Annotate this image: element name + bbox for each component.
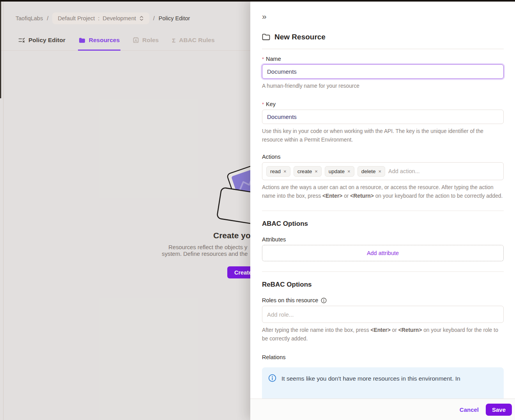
tab-label: Policy Editor [28, 37, 65, 44]
drawer-footer: Cancel Save [250, 399, 515, 420]
action-tag: create × [294, 166, 322, 177]
required-asterisk: * [262, 101, 264, 107]
remove-tag-icon[interactable]: × [315, 168, 318, 174]
project-environment-selector[interactable]: Default Project : Development [52, 12, 149, 24]
overlay-scrim [0, 2, 250, 420]
roles-helper-text: After typing the role name into the box,… [262, 326, 504, 343]
create-resource-button[interactable]: Create [227, 266, 250, 278]
empty-state-title: Create you [213, 231, 250, 240]
key-input[interactable] [262, 110, 504, 124]
info-icon[interactable] [321, 298, 327, 303]
tag-label: create [297, 168, 312, 174]
attributes-dropzone[interactable]: Add attribute [262, 245, 504, 261]
section-divider [262, 211, 504, 211]
left-edge-dark-line [0, 2, 1, 98]
tag-label: delete [361, 168, 376, 174]
name-helper-text: A human-friendly name for your resource [262, 82, 504, 90]
sigma-icon: Σ [172, 37, 175, 44]
drawer-scroll-area[interactable]: » New Resource * Name A human-friendly n… [250, 2, 515, 399]
name-input[interactable] [262, 64, 504, 79]
relations-info-banner: It seems like you don't have more resour… [262, 367, 504, 399]
roles-on-resource-label: Roles on this resource [262, 297, 504, 303]
attributes-label: Attributes [262, 236, 504, 243]
breadcrumb-project-env-separator: : [98, 15, 99, 21]
add-action-input[interactable] [388, 168, 499, 174]
empty-state-folder-illustration [216, 165, 250, 227]
rules-icon [18, 37, 25, 43]
abac-options-heading: ABAC Options [262, 220, 504, 228]
remove-tag-icon[interactable]: × [283, 168, 287, 174]
new-resource-drawer: » New Resource * Name A human-friendly n… [250, 0, 515, 420]
breadcrumb-org[interactable]: TaofiqLabs [16, 15, 43, 21]
action-tag: read × [266, 166, 290, 177]
breadcrumb: TaofiqLabs / Default Project : Developme… [16, 12, 190, 24]
name-field-label: * Name [262, 56, 504, 62]
remove-tag-icon[interactable]: × [347, 168, 350, 174]
tab-label: Resources [89, 37, 120, 44]
tag-label: update [329, 168, 345, 174]
section-divider [262, 271, 504, 272]
required-asterisk: * [262, 56, 264, 62]
tab-resources[interactable]: Resources [78, 34, 120, 51]
remove-tag-icon[interactable]: × [378, 168, 381, 174]
actions-field-label: Actions [262, 154, 504, 160]
left-edge-border-line [3, 2, 4, 420]
info-circle-icon [268, 374, 276, 382]
cancel-button[interactable]: Cancel [460, 406, 479, 413]
main-content-pane: TaofiqLabs / Default Project : Developme… [0, 2, 250, 420]
add-attribute-link[interactable]: Add attribute [367, 250, 399, 256]
empty-state-description-line2: system. Define resources and the [162, 251, 248, 257]
tab-label: ABAC Rules [179, 37, 214, 44]
info-banner-text: It seems like you don't have more resour… [281, 374, 460, 383]
tag-label: read [270, 168, 281, 174]
actions-helper-text: Actions are the ways a user can act on a… [262, 183, 504, 200]
key-field-label: * Key [262, 101, 504, 107]
folder-icon [79, 37, 85, 43]
tab-label: Roles [142, 37, 159, 44]
tab-policy-editor[interactable]: Policy Editor [18, 34, 66, 51]
breadcrumb-separator: / [47, 15, 48, 21]
breadcrumb-separator-2: / [153, 15, 155, 21]
title-divider [262, 49, 504, 49]
save-button[interactable]: Save [486, 404, 512, 416]
chevron-up-down-icon [139, 16, 144, 21]
id-badge-icon [133, 37, 139, 43]
relations-label: Relations [262, 354, 504, 360]
empty-state-description-line1: Resources reflect the objects y [168, 244, 247, 250]
window-top-strip [0, 0, 515, 2]
folder-outline-icon [262, 34, 270, 41]
breadcrumb-current-page: Policy Editor [159, 15, 190, 21]
actions-tag-input[interactable]: read × create × update × delete × [262, 162, 504, 180]
breadcrumb-project[interactable]: Default Project [58, 15, 95, 21]
collapse-drawer-icon[interactable]: » [262, 11, 273, 22]
key-helper-text: Use this key in your code or when workin… [262, 127, 504, 144]
rebac-options-heading: ReBAC Options [262, 281, 504, 289]
action-tag: delete × [357, 166, 385, 177]
tab-bar: Policy Editor Resources Roles Σ ABAC Rul… [0, 34, 250, 51]
tab-abac-rules[interactable]: Σ ABAC Rules [171, 34, 215, 51]
tab-roles[interactable]: Roles [132, 34, 159, 51]
add-role-input[interactable] [262, 306, 504, 323]
breadcrumb-environment[interactable]: Development [103, 15, 136, 21]
drawer-title: New Resource [274, 33, 326, 41]
action-tag: update × [325, 166, 354, 177]
